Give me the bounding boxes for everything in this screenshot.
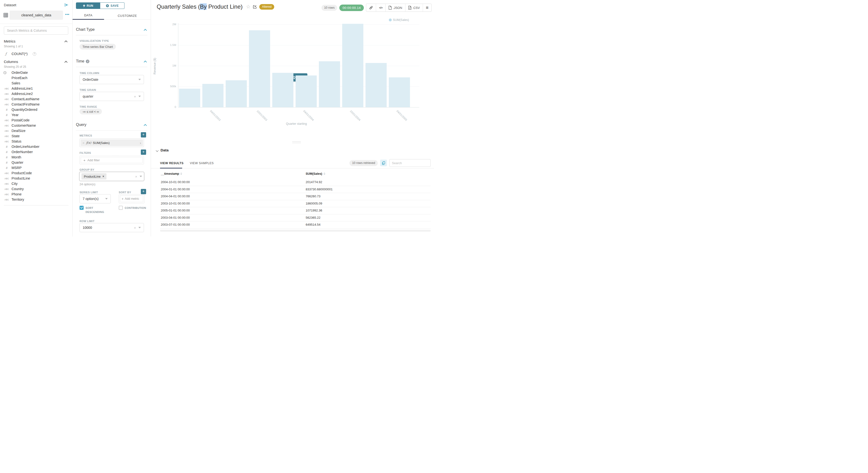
- checkbox-checked-icon[interactable]: [80, 206, 84, 210]
- chart-title[interactable]: Quarterly Sales (By Product Line): [157, 3, 243, 10]
- group-by-chip[interactable]: ProductLine ×: [82, 173, 106, 180]
- collapse-query-icon[interactable]: [144, 124, 147, 127]
- column-header-timestamp[interactable]: __timestamp: [161, 172, 182, 176]
- chart-legend[interactable]: SUM(Sales): [389, 18, 409, 22]
- column-item[interactable]: ABCAddressLine1: [0, 86, 72, 91]
- dataset-more-icon[interactable]: •••: [65, 12, 69, 17]
- column-item[interactable]: #Month: [0, 155, 72, 160]
- save-button[interactable]: SAVE: [100, 2, 124, 9]
- time-column-select[interactable]: OrderDate: [80, 75, 144, 84]
- column-item[interactable]: ABCAddressLine2: [0, 91, 72, 97]
- sort-icon[interactable]: [323, 172, 326, 175]
- edit-title-icon[interactable]: [253, 5, 257, 9]
- bar-2004-01-01[interactable]: [272, 73, 293, 107]
- copy-data-button[interactable]: [380, 160, 387, 166]
- collapse-metrics-icon[interactable]: [64, 40, 67, 43]
- chevron-right-icon[interactable]: ›: [140, 141, 141, 145]
- export-json-button[interactable]: .JSON: [386, 4, 405, 11]
- table-row[interactable]: 2004-04-01 00:00:00766260.73: [160, 193, 431, 200]
- column-item[interactable]: Sales: [0, 81, 72, 86]
- bar-2004-04-01[interactable]: [296, 75, 317, 107]
- tab-data[interactable]: DATA: [72, 11, 104, 20]
- column-item[interactable]: #QuantityOrdered: [0, 107, 72, 113]
- column-item[interactable]: ABCStatus: [0, 139, 72, 144]
- column-item[interactable]: #Quarter: [0, 160, 72, 165]
- add-metric-button[interactable]: +: [141, 132, 146, 137]
- favorite-star-icon[interactable]: ☆: [246, 4, 251, 10]
- table-row[interactable]: 2003-07-01 00:00:00649514.54: [160, 221, 431, 228]
- column-header-metric[interactable]: SUM(Sales): [306, 172, 326, 176]
- data-search-input[interactable]: [389, 159, 431, 167]
- tab-view-results[interactable]: VIEW RESULTS: [160, 161, 184, 165]
- column-item[interactable]: #Year: [0, 113, 72, 118]
- metric-pill[interactable]: × ƒ(x) SUM(Sales) ›: [81, 139, 143, 146]
- table-row[interactable]: 2003-10-01 00:00:001860005.09: [160, 200, 431, 208]
- embed-code-button[interactable]: </>: [376, 4, 386, 11]
- search-metrics-columns-input[interactable]: [4, 26, 68, 35]
- series-limit-select[interactable]: 7 option(s): [80, 194, 111, 203]
- add-sort-metric-button[interactable]: +: [141, 189, 146, 194]
- column-item[interactable]: ABCState: [0, 134, 72, 139]
- column-item[interactable]: PriceEach: [0, 75, 72, 81]
- add-filter-dropzone[interactable]: + Add filter: [81, 157, 143, 163]
- group-by-select[interactable]: ProductLine × ×: [79, 171, 145, 181]
- dataset-name[interactable]: cleaned_sales_data: [10, 10, 63, 20]
- panel-resize-handle[interactable]: [292, 141, 301, 143]
- bar-2003-07-01[interactable]: [226, 80, 247, 107]
- remove-chip-icon[interactable]: ×: [102, 175, 104, 178]
- column-item[interactable]: #OrderNumber: [0, 150, 72, 155]
- table-row[interactable]: 2004-01-01 00:00:00833730.680000001: [160, 186, 431, 193]
- bar-2004-10-01[interactable]: [342, 24, 363, 107]
- checkbox-unchecked-icon[interactable]: [119, 206, 123, 210]
- bar-2003-04-01[interactable]: [202, 84, 223, 107]
- help-icon[interactable]: ?: [33, 52, 36, 56]
- table-row[interactable]: 2004-10-01 00:00:002014774.92: [160, 179, 431, 186]
- row-limit-select[interactable]: 10000 ×: [80, 223, 144, 232]
- column-item[interactable]: ABCTerritory: [0, 197, 72, 202]
- remove-metric-icon[interactable]: ×: [83, 141, 85, 145]
- horizontal-scrollbar[interactable]: [160, 230, 431, 232]
- tab-customize[interactable]: CUSTOMIZE: [104, 11, 151, 20]
- time-range-value[interactable]: -∞ ≤ col < ∞: [80, 108, 102, 115]
- collapse-time-icon[interactable]: [144, 61, 147, 64]
- column-item[interactable]: ABCContactLastName: [0, 97, 72, 102]
- column-item[interactable]: ABCPhone: [0, 192, 72, 197]
- contribution-checkbox[interactable]: CONTRIBUTION: [119, 206, 146, 210]
- share-link-button[interactable]: [366, 4, 376, 11]
- column-item[interactable]: ABCProductCode: [0, 171, 72, 176]
- clear-icon[interactable]: ×: [135, 175, 137, 178]
- bar-2005-04-01[interactable]: [389, 77, 410, 107]
- clear-icon[interactable]: ×: [134, 226, 136, 229]
- tab-view-samples[interactable]: VIEW SAMPLES: [190, 161, 214, 165]
- chart-menu-button[interactable]: ≡: [423, 4, 431, 11]
- column-item[interactable]: ABCContactFirstName: [0, 102, 72, 107]
- column-item[interactable]: ABCCustomerName: [0, 123, 72, 128]
- column-item[interactable]: ABCCity: [0, 181, 72, 187]
- metric-item[interactable]: ƒ COUNT(*) ?: [0, 52, 72, 57]
- sort-descending-checkbox[interactable]: SORT DESCENDING: [80, 206, 111, 214]
- column-item[interactable]: #OrderLineNumber: [0, 144, 72, 150]
- collapse-chart-type-icon[interactable]: [144, 29, 147, 32]
- time-grain-select[interactable]: quarter ×: [80, 92, 144, 101]
- column-item[interactable]: ABCProductLine: [0, 176, 72, 181]
- clear-icon[interactable]: ×: [134, 95, 136, 98]
- visualization-type-value[interactable]: Time-series Bar Chart: [80, 44, 116, 50]
- sort-icon[interactable]: [180, 172, 182, 175]
- altered-badge[interactable]: Altered: [259, 4, 274, 10]
- collapse-sidebar-icon[interactable]: [64, 3, 68, 7]
- bar-2005-01-01[interactable]: [366, 63, 387, 107]
- add-filter-button[interactable]: +: [141, 150, 146, 155]
- add-sort-metric-dropzone[interactable]: + Add metric: [120, 195, 143, 202]
- column-item[interactable]: #MSRP: [0, 165, 72, 171]
- bar-2004-07-01[interactable]: [319, 61, 340, 107]
- table-row[interactable]: 2003-04-01 00:00:00562365.22: [160, 214, 431, 222]
- column-item[interactable]: ABCDealSize: [0, 128, 72, 134]
- table-row[interactable]: 2005-01-01 00:00:001071992.36: [160, 207, 431, 214]
- collapse-columns-icon[interactable]: [64, 61, 67, 64]
- bar-2003-01-01[interactable]: [179, 89, 200, 107]
- bar-2003-10-01[interactable]: [249, 30, 270, 107]
- column-item[interactable]: ABCCountry: [0, 187, 72, 192]
- export-csv-button[interactable]: .CSV: [405, 4, 423, 11]
- column-item[interactable]: OrderDate: [0, 70, 72, 75]
- run-button[interactable]: RUN: [76, 2, 100, 9]
